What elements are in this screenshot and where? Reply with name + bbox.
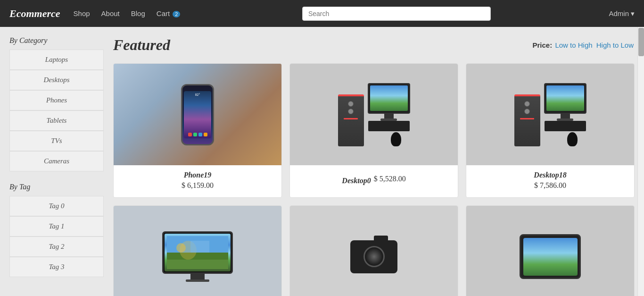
- product-grid: 82° Phone19 $ 6,159.00: [113, 63, 635, 296]
- product-card-camera[interactable]: Camera: [289, 205, 458, 296]
- sidebar-item-tvs[interactable]: TVs: [9, 131, 104, 151]
- chevron-down-icon: ▾: [631, 9, 635, 18]
- search-container: [184, 7, 609, 21]
- svg-point-4: [176, 243, 186, 253]
- navbar: Ecommerce Shop About Blog Cart 2 Admin ▾: [0, 0, 644, 27]
- product-price: $ 6,159.00: [182, 181, 214, 190]
- admin-dropdown[interactable]: Admin ▾: [609, 9, 635, 18]
- product-card-desktop18[interactable]: Desktop18 $ 7,586.00: [466, 63, 635, 198]
- product-name: Desktop0: [342, 177, 371, 185]
- svg-rect-2: [167, 253, 228, 260]
- phone-icon: 82°: [181, 84, 214, 145]
- nav-shop[interactable]: Shop: [70, 8, 94, 19]
- product-name: Desktop18: [534, 171, 566, 179]
- sidebar: By Category Laptops Desktops Phones Tabl…: [9, 36, 104, 296]
- cart-badge: 2: [173, 11, 180, 17]
- nav-cart[interactable]: Cart 2: [153, 8, 184, 19]
- product-price: $ 5,528.00: [374, 175, 406, 183]
- sidebar-item-cameras[interactable]: Cameras: [9, 151, 104, 171]
- desktop-icon-2: [514, 83, 586, 146]
- sidebar-item-tag3[interactable]: Tag 3: [9, 257, 104, 277]
- product-name: Phone19: [184, 171, 212, 179]
- sidebar-item-tag1[interactable]: Tag 1: [9, 216, 104, 237]
- sidebar-item-tablets[interactable]: Tablets: [9, 110, 104, 131]
- price-label: Price:: [533, 41, 553, 49]
- product-card-tablet[interactable]: Tablet: [466, 205, 635, 296]
- by-tag-section: By Tag Tag 0 Tag 1 Tag 2 Tag 3: [9, 183, 104, 277]
- nav-about[interactable]: About: [98, 8, 124, 19]
- product-image-tablet: [466, 206, 634, 296]
- nav-blog[interactable]: Blog: [127, 8, 149, 19]
- product-image-phone19: 82°: [114, 64, 281, 165]
- price-sort: Price: Low to High High to Low: [533, 41, 635, 49]
- product-card-phone19[interactable]: 82° Phone19 $ 6,159.00: [113, 63, 282, 198]
- main-header: Featured Price: Low to High High to Low: [113, 36, 635, 54]
- sidebar-item-desktops[interactable]: Desktops: [9, 70, 104, 90]
- camera-icon: [350, 240, 397, 273]
- by-category-title: By Category: [9, 36, 104, 45]
- by-tag-title: By Tag: [9, 183, 104, 191]
- sort-high-to-low[interactable]: High to Low: [596, 41, 634, 49]
- product-image-desktop18: [466, 64, 634, 165]
- brand-logo: Ecommerce: [9, 8, 60, 20]
- sort-low-to-high[interactable]: Low to High: [555, 41, 592, 49]
- product-card-tv[interactable]: TV: [113, 205, 282, 296]
- scrollbar-thumb[interactable]: [638, 28, 644, 56]
- sidebar-item-tag0[interactable]: Tag 0: [9, 196, 104, 216]
- product-image-desktop0: [290, 64, 458, 165]
- sidebar-item-tag2[interactable]: Tag 2: [9, 237, 104, 257]
- product-image-camera: [290, 206, 458, 296]
- admin-label: Admin: [609, 9, 629, 17]
- svg-rect-5: [190, 241, 209, 253]
- desktop-icon: [338, 83, 410, 146]
- product-image-tv: [114, 206, 281, 296]
- scrollbar[interactable]: [637, 27, 644, 296]
- nav-links: Shop About Blog Cart 2: [70, 8, 184, 19]
- tv-icon: [162, 231, 233, 282]
- search-input[interactable]: [302, 7, 491, 21]
- product-card-desktop0[interactable]: Desktop0 $ 5,528.00: [289, 63, 458, 198]
- page-content: By Category Laptops Desktops Phones Tabl…: [0, 27, 644, 296]
- sidebar-item-laptops[interactable]: Laptops: [9, 50, 104, 70]
- product-price: $ 7,586.00: [534, 181, 566, 190]
- main-content: Featured Price: Low to High High to Low …: [113, 36, 635, 296]
- sidebar-item-phones[interactable]: Phones: [9, 90, 104, 110]
- featured-title: Featured: [113, 36, 170, 54]
- tablet-icon: [520, 234, 581, 279]
